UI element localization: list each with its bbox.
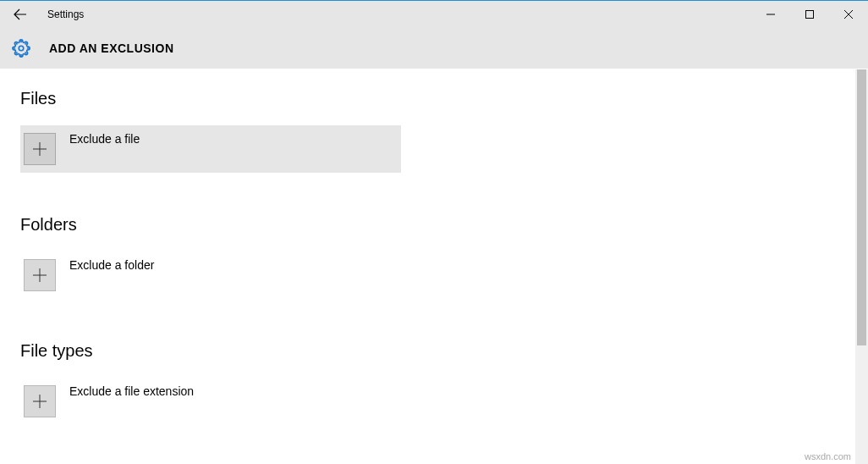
titlebar-left: Settings: [0, 1, 84, 28]
exclude-extension-button[interactable]: Exclude a file extension: [20, 378, 401, 425]
watermark: wsxdn.com: [805, 451, 851, 461]
minimize-button[interactable]: [751, 1, 790, 28]
titlebar: Settings: [0, 1, 868, 28]
plus-icon: [33, 142, 47, 156]
section-folders: Folders Exclude a folder: [20, 215, 868, 299]
page-title: ADD AN EXCLUSION: [49, 41, 174, 55]
plus-icon: [33, 268, 47, 282]
close-button[interactable]: [829, 1, 868, 28]
scrollbar[interactable]: [855, 69, 868, 464]
minimize-icon: [766, 10, 775, 19]
plus-box: [24, 385, 56, 417]
content: Files Exclude a file Folders Exclude a f…: [0, 69, 868, 464]
gear-icon: [12, 39, 30, 58]
svg-point-4: [19, 46, 24, 51]
exclude-extension-label: Exclude a file extension: [69, 384, 194, 398]
maximize-icon: [805, 10, 814, 19]
svg-rect-1: [806, 11, 814, 19]
plus-box: [24, 259, 56, 291]
files-heading: Files: [20, 89, 868, 108]
window-controls: [751, 1, 868, 28]
maximize-button[interactable]: [790, 1, 829, 28]
app-title: Settings: [47, 8, 84, 20]
section-filetypes: File types Exclude a file extension: [20, 341, 868, 425]
exclude-folder-label: Exclude a folder: [69, 258, 154, 272]
plus-icon: [33, 395, 47, 408]
section-files: Files Exclude a file: [20, 89, 868, 173]
plus-box: [24, 133, 56, 165]
header: ADD AN EXCLUSION: [0, 28, 868, 69]
scrollbar-thumb[interactable]: [857, 69, 866, 345]
back-button[interactable]: [0, 1, 41, 28]
filetypes-heading: File types: [20, 341, 868, 361]
exclude-file-button[interactable]: Exclude a file: [20, 125, 401, 173]
exclude-folder-button[interactable]: Exclude a folder: [20, 251, 401, 299]
close-icon: [844, 10, 853, 19]
folders-heading: Folders: [20, 215, 868, 235]
exclude-file-label: Exclude a file: [69, 132, 140, 146]
back-arrow-icon: [14, 8, 27, 21]
